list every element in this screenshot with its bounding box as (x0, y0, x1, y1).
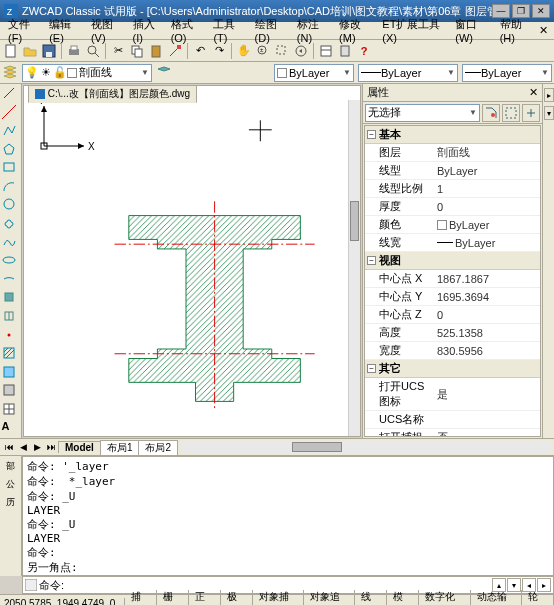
menu-et[interactable]: ET扩展工具(X) (378, 17, 449, 44)
polygon-icon[interactable] (2, 142, 20, 160)
menu-view[interactable]: 视图(V) (87, 17, 127, 44)
canvas-area[interactable]: X Y (24, 100, 348, 436)
tab-nav-last-icon[interactable]: ⏭ (44, 442, 58, 452)
zoom-prev-icon[interactable] (292, 42, 310, 60)
layer-prev-icon[interactable] (156, 65, 170, 81)
revcloud-icon[interactable] (2, 216, 20, 234)
cmd-btn-1[interactable]: 部 (3, 458, 19, 474)
coordinates[interactable]: 2050.5785, 1949.4749, 0 (0, 598, 125, 605)
arc-icon[interactable] (2, 179, 20, 197)
selection-combo[interactable]: 无选择 ▼ (365, 104, 480, 122)
tab-model[interactable]: Model (58, 441, 101, 453)
open-icon[interactable] (21, 42, 39, 60)
menu-edit[interactable]: 编辑(E) (45, 17, 85, 44)
tab-layout1[interactable]: 布局1 (100, 440, 140, 455)
collapse-icon[interactable]: − (367, 130, 376, 139)
horizontal-scrollbar[interactable] (181, 441, 552, 453)
line-icon[interactable] (2, 86, 20, 104)
paste-icon[interactable] (147, 42, 165, 60)
gradient-icon[interactable] (2, 365, 20, 383)
print-icon[interactable] (65, 42, 83, 60)
tab-nav-next-icon[interactable]: ▶ (30, 442, 44, 452)
menu-insert[interactable]: 插入(I) (129, 17, 165, 44)
status-dyn[interactable]: 动态输入 (471, 590, 522, 606)
status-lwt[interactable]: 线宽 (355, 590, 387, 606)
copy-icon[interactable] (128, 42, 146, 60)
menu-format[interactable]: 格式(O) (167, 17, 208, 44)
zoom-window-icon[interactable] (273, 42, 291, 60)
maximize-button[interactable]: ❐ (512, 4, 530, 18)
save-icon[interactable] (40, 42, 58, 60)
collapse-icon[interactable]: − (367, 364, 376, 373)
menu-file[interactable]: 文件(F) (4, 17, 43, 44)
scrollbar-thumb[interactable] (350, 201, 359, 241)
pline-icon[interactable] (2, 123, 20, 141)
status-osnap[interactable]: 对象捕捉 (253, 590, 304, 606)
hatch-icon[interactable] (2, 346, 20, 364)
zoom-rt-icon[interactable]: ± (254, 42, 272, 60)
properties-body[interactable]: −基本 图层剖面线 线型ByLayer 线型比例1 厚度0 颜色ByLayer … (364, 125, 541, 437)
drawing-canvas[interactable]: C:\...改【剖面线】图层颜色.dwg (23, 85, 361, 437)
color-combo[interactable]: ByLayer ▼ (274, 64, 354, 82)
properties-icon[interactable] (317, 42, 335, 60)
circle-icon[interactable] (2, 197, 20, 215)
command-log[interactable]: 命令: '_layer 命令: *_layer 命令: _U LAYER 命令:… (22, 456, 554, 576)
prop-group-basic[interactable]: −基本 (365, 126, 540, 144)
match-icon[interactable] (166, 42, 184, 60)
status-tablet[interactable]: 数字化仪 (419, 590, 470, 606)
palette-auto-hide-icon[interactable]: ▸ (544, 88, 554, 102)
quick-select-icon[interactable] (482, 104, 500, 122)
menu-dim[interactable]: 标注(N) (293, 17, 333, 44)
cut-icon[interactable]: ✂ (109, 42, 127, 60)
xline-icon[interactable] (2, 105, 20, 123)
mtext-icon[interactable]: A (2, 420, 20, 438)
lineweight-combo[interactable]: ByLayer ▼ (462, 64, 552, 82)
menu-help[interactable]: 帮助(H) (496, 17, 536, 44)
status-ortho[interactable]: 正交 (189, 590, 221, 606)
doc-close-icon[interactable]: ✕ (538, 24, 550, 37)
region-icon[interactable] (2, 383, 20, 401)
redo-icon[interactable]: ↷ (210, 42, 228, 60)
menu-tools[interactable]: 工具(T) (209, 17, 248, 44)
palette-menu-icon[interactable]: ▾ (544, 106, 554, 120)
toggle-pickadd-icon[interactable] (522, 104, 540, 122)
prop-group-misc[interactable]: −其它 (365, 360, 540, 378)
menu-draw[interactable]: 绘图(D) (251, 17, 291, 44)
new-icon[interactable] (2, 42, 20, 60)
menu-window[interactable]: 窗口(W) (451, 17, 493, 44)
table-icon[interactable] (2, 402, 20, 420)
tab-nav-prev-icon[interactable]: ◀ (16, 442, 30, 452)
status-polar[interactable]: 极轴 (221, 590, 253, 606)
preview-icon[interactable] (84, 42, 102, 60)
linetype-combo[interactable]: ByLayer ▼ (358, 64, 458, 82)
status-grid[interactable]: 栅格 (157, 590, 189, 606)
select-objects-icon[interactable] (502, 104, 520, 122)
layer-combo[interactable]: 💡 ☀ 🔓 剖面线 ▼ (22, 64, 152, 82)
tab-layout2[interactable]: 布局2 (138, 440, 178, 455)
status-otrack[interactable]: 对象追踪 (304, 590, 355, 606)
insert-block-icon[interactable] (2, 290, 20, 308)
status-model[interactable]: 模型 (387, 590, 419, 606)
ellipse-arc-icon[interactable] (2, 272, 20, 290)
cmd-btn-2[interactable]: 公 (3, 476, 19, 492)
drawing-tab[interactable]: C:\...改【剖面线】图层颜色.dwg (28, 85, 197, 103)
help-icon[interactable]: ? (355, 42, 373, 60)
ellipse-icon[interactable] (2, 253, 20, 271)
undo-icon[interactable]: ↶ (191, 42, 209, 60)
palette-close-icon[interactable]: ✕ (529, 86, 538, 99)
layer-manager-icon[interactable] (2, 64, 18, 82)
pan-icon[interactable]: ✋ (235, 42, 253, 60)
vertical-scrollbar[interactable] (348, 100, 360, 436)
minimize-button[interactable]: — (492, 4, 510, 18)
rectangle-icon[interactable] (2, 160, 20, 178)
scrollbar-thumb[interactable] (292, 442, 342, 452)
point-icon[interactable] (2, 328, 20, 346)
calc-icon[interactable] (336, 42, 354, 60)
status-cycle[interactable]: 轮廓 (522, 590, 554, 606)
tab-nav-first-icon[interactable]: ⏮ (2, 442, 16, 452)
status-snap[interactable]: 捕捉 (125, 590, 157, 606)
spline-icon[interactable] (2, 235, 20, 253)
cmd-btn-3[interactable]: 历 (3, 494, 19, 510)
prop-group-view[interactable]: −视图 (365, 252, 540, 270)
make-block-icon[interactable] (2, 309, 20, 327)
